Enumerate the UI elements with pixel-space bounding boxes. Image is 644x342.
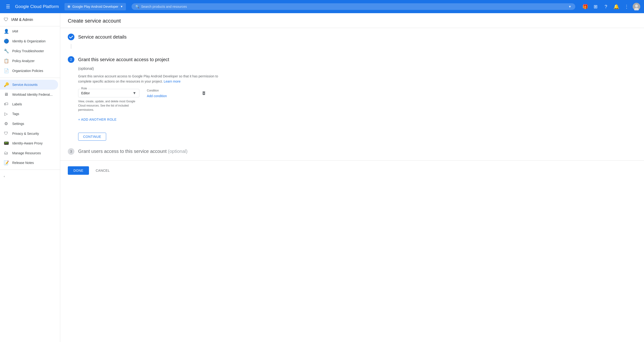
step2-subtitle: (optional) — [78, 66, 636, 71]
role-select-row[interactable]: Editor ▼ — [81, 91, 136, 95]
sidebar-header-title: IAM & Admin — [11, 18, 33, 22]
step2-section: 2 Grant this service account access to p… — [68, 56, 636, 141]
sidebar-item-privacy-security[interactable]: 🛡 Privacy & Security — [0, 129, 58, 138]
privacy-security-icon: 🛡 — [4, 131, 8, 136]
step1-checkmark-icon — [68, 34, 74, 40]
done-button[interactable]: DONE — [68, 166, 89, 175]
step1-section: Service account details — [68, 34, 636, 49]
step1-divider-line — [71, 44, 71, 49]
identity-aware-proxy-icon: 📟 — [4, 141, 8, 146]
sidebar-item-identity-aware-proxy[interactable]: 📟 Identity-Aware Proxy — [0, 138, 58, 148]
condition-field: Condition Add condition — [147, 89, 194, 98]
workload-identity-icon: 🖥 — [4, 92, 8, 97]
condition-label: Condition — [147, 89, 194, 92]
sidebar-nav: 👤 IAM 🔵 Identity & Organization 🔧 Policy… — [0, 26, 60, 168]
sidebar-item-tags[interactable]: ▷ Tags — [0, 109, 58, 119]
sidebar-divider-mid — [0, 78, 60, 78]
help-icon[interactable]: ? — [602, 2, 610, 11]
hamburger-menu[interactable]: ☰ — [4, 2, 12, 11]
gift-icon[interactable]: 🎁 — [581, 2, 590, 11]
sidebar-header: 🛡 IAM & Admin — [0, 13, 60, 26]
policy-troubleshooter-label: Policy Troubleshooter — [12, 49, 44, 53]
role-row: Role Editor ▼ View, create, update, and … — [78, 89, 636, 112]
user-avatar-icon — [633, 3, 640, 10]
apps-icon[interactable]: ⊞ — [591, 2, 600, 11]
iam-admin-icon: 🛡 — [4, 17, 8, 22]
learn-more-link[interactable]: Learn more — [164, 79, 180, 83]
search-icon: 🔍 — [135, 5, 139, 8]
nav-icons: 🎁 ⊞ ? 🔔 ⋮ — [581, 2, 640, 11]
sidebar-item-labels[interactable]: 🏷 Labels — [0, 99, 58, 109]
sidebar-item-policy-analyzer[interactable]: 📋 Policy Analyzer — [0, 56, 58, 66]
settings-label: Settings — [12, 122, 24, 126]
content-body: Service account details 2 Grant this ser… — [60, 28, 644, 160]
sidebar: 🛡 IAM & Admin 👤 IAM 🔵 Identity & Organiz… — [0, 13, 60, 342]
org-policies-label: Organization Policies — [12, 69, 43, 73]
step3-title: Grant users access to this service accou… — [78, 149, 188, 154]
project-name: Google Play Android Developer — [72, 5, 118, 8]
role-field[interactable]: Role Editor ▼ — [78, 89, 139, 97]
page-header: Create service account — [60, 13, 644, 28]
delete-role-button[interactable] — [202, 91, 206, 97]
search-input[interactable] — [141, 5, 566, 8]
sidebar-item-policy-troubleshooter[interactable]: 🔧 Policy Troubleshooter — [0, 46, 58, 56]
avatar[interactable] — [633, 3, 640, 10]
role-field-wrapper: Role Editor ▼ View, create, update, and … — [78, 89, 139, 112]
more-options-icon[interactable]: ⋮ — [622, 2, 631, 11]
sidebar-item-service-accounts[interactable]: 🔑 Service Accounts — [0, 80, 58, 90]
continue-button[interactable]: CONTINUE — [78, 133, 106, 141]
step3-section: 3 Grant users access to this service acc… — [68, 148, 636, 155]
step3-circle: 3 — [68, 148, 74, 155]
sidebar-item-workload-identity[interactable]: 🖥 Workload Identity Federat... — [0, 90, 58, 99]
service-accounts-label: Service Accounts — [12, 83, 38, 86]
search-bar[interactable]: 🔍 ▼ — [132, 3, 575, 10]
role-description: View, create, update, and delete most Go… — [78, 99, 139, 112]
app-logo: Google Cloud Platform — [15, 4, 59, 9]
step3-number: 3 — [70, 150, 72, 153]
manage-resources-label: Manage Resources — [12, 151, 41, 155]
sidebar-collapse-button[interactable]: ‹ — [0, 172, 60, 181]
policy-analyzer-label: Policy Analyzer — [12, 59, 34, 63]
labels-icon: 🏷 — [4, 102, 8, 107]
step2-header: 2 Grant this service account access to p… — [68, 56, 636, 63]
step1-header: Service account details — [68, 34, 636, 40]
iam-label: IAM — [12, 29, 18, 33]
step2-circle: 2 — [68, 56, 74, 63]
role-select-value: Editor — [81, 91, 90, 95]
sidebar-item-identity-org[interactable]: 🔵 Identity & Organization — [0, 36, 58, 46]
trash-icon — [202, 91, 206, 95]
add-another-role-button[interactable]: + ADD ANOTHER ROLE — [78, 116, 116, 123]
continue-wrapper: CONTINUE — [78, 127, 636, 141]
org-policies-icon: 📄 — [4, 68, 8, 73]
step1-title: Service account details — [78, 34, 127, 40]
cancel-button[interactable]: CANCEL — [93, 166, 112, 175]
notifications-icon[interactable]: 🔔 — [612, 2, 620, 11]
step2-number: 2 — [70, 58, 72, 61]
manage-resources-icon: 🗂 — [4, 151, 8, 155]
sidebar-divider — [0, 170, 60, 170]
sidebar-item-manage-resources[interactable]: 🗂 Manage Resources — [0, 148, 58, 158]
step3-optional: (optional) — [168, 149, 187, 154]
step1-circle — [68, 34, 74, 40]
sidebar-item-iam[interactable]: 👤 IAM — [0, 26, 58, 36]
identity-aware-proxy-label: Identity-Aware Proxy — [12, 141, 42, 145]
identity-org-icon: 🔵 — [4, 38, 8, 44]
project-dropdown-icon: ▼ — [120, 5, 123, 8]
workload-identity-label: Workload Identity Federat... — [12, 93, 53, 96]
content-area: Create service account Service account d… — [60, 13, 644, 342]
collapse-icon: ‹ — [4, 175, 5, 178]
tags-icon: ▷ — [4, 111, 8, 116]
search-dropdown-icon: ▼ — [568, 5, 572, 8]
step2-content: (optional) Grant this service account ac… — [78, 66, 636, 141]
policy-troubleshooter-icon: 🔧 — [4, 48, 8, 54]
identity-org-label: Identity & Organization — [12, 39, 46, 43]
sidebar-item-settings[interactable]: ⚙ Settings — [0, 119, 58, 129]
sidebar-item-org-policies[interactable]: 📄 Organization Policies — [0, 66, 58, 76]
project-selector[interactable]: ❋ Google Play Android Developer ▼ — [64, 3, 126, 10]
role-field-label: Role — [80, 87, 88, 90]
add-condition-link[interactable]: Add condition — [147, 94, 167, 98]
sidebar-item-release-notes[interactable]: 📝 Release Notes — [0, 158, 58, 168]
labels-label: Labels — [12, 102, 22, 106]
service-accounts-icon: 🔑 — [4, 82, 8, 87]
role-dropdown-icon[interactable]: ▼ — [132, 91, 136, 95]
